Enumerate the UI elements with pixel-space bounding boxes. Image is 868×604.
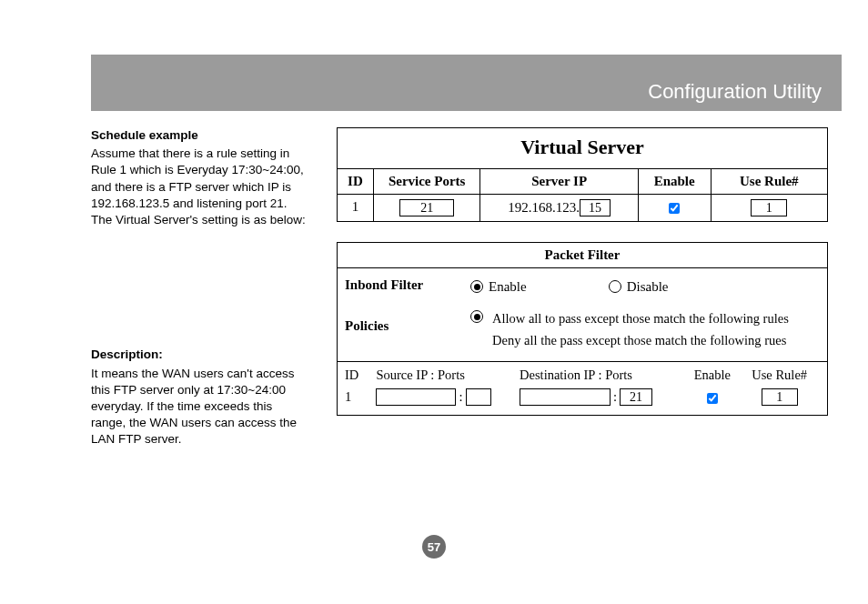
pf-src-ip-input[interactable] (376, 388, 456, 406)
colon-icon: : (611, 389, 620, 404)
virtual-server-panel: Virtual Server ID Service Ports Server I… (337, 127, 828, 222)
inbound-enable-label: Enable (489, 279, 527, 295)
page-number: 57 (422, 535, 446, 559)
policies-label: Policies (345, 318, 458, 334)
vs-service-port-input[interactable] (399, 199, 454, 216)
vs-header-use-rule: Use Rule# (712, 169, 828, 194)
pf-use-rule-input[interactable] (762, 388, 798, 406)
vs-use-rule-input[interactable] (751, 199, 787, 216)
pf-enable-checkbox[interactable] (707, 393, 718, 404)
policy-allow-radio[interactable] (470, 310, 483, 323)
schedule-body: Assume that there is a rule setting in R… (91, 146, 309, 228)
banner: Configuration Utility (91, 55, 842, 111)
schedule-heading: Schedule example (91, 127, 309, 144)
pf-dst-port-input[interactable] (620, 388, 652, 406)
vs-header-id: ID (338, 169, 374, 194)
inbound-disable-label: Disable (627, 279, 669, 295)
virtual-server-title: Virtual Server (338, 128, 827, 169)
vs-ip-last-input[interactable] (580, 199, 611, 216)
pf-header-use-rule: Use Rule# (739, 367, 820, 383)
pf-header-enable: Enable (685, 367, 739, 383)
pf-header-src: Source IP : Ports (376, 367, 520, 383)
vs-header-enable: Enable (639, 169, 712, 194)
pf-id: 1 (345, 389, 376, 405)
policy-allow-label: Allow all to pass except those match the… (492, 310, 789, 327)
pf-dst-ip-input[interactable] (520, 388, 611, 406)
vs-header-service-ports: Service Ports (374, 169, 481, 194)
pf-header-dst: Destination IP : Ports (520, 367, 685, 383)
packet-filter-panel: Packet Filter Inbond Filter Policies Ena… (337, 242, 828, 416)
description-heading: Description: (91, 347, 309, 363)
packet-filter-title: Packet Filter (338, 243, 827, 268)
inbound-disable-radio[interactable] (609, 280, 621, 293)
vs-enable-checkbox[interactable] (669, 203, 680, 214)
policy-deny-label: Deny all the pass except those match the… (492, 332, 786, 348)
pf-src-port-input[interactable] (466, 388, 491, 406)
vs-id: 1 (338, 195, 374, 221)
inbound-filter-label: Inbond Filter (345, 277, 458, 293)
inbound-enable-radio[interactable] (470, 280, 483, 293)
colon-icon: : (456, 389, 465, 404)
pf-header-id: ID (345, 367, 376, 383)
vs-ip-prefix: 192.168.123. (508, 200, 580, 215)
description-body: It means the WAN users can't access this… (91, 366, 309, 448)
vs-header-server-ip: Server IP (480, 169, 638, 194)
